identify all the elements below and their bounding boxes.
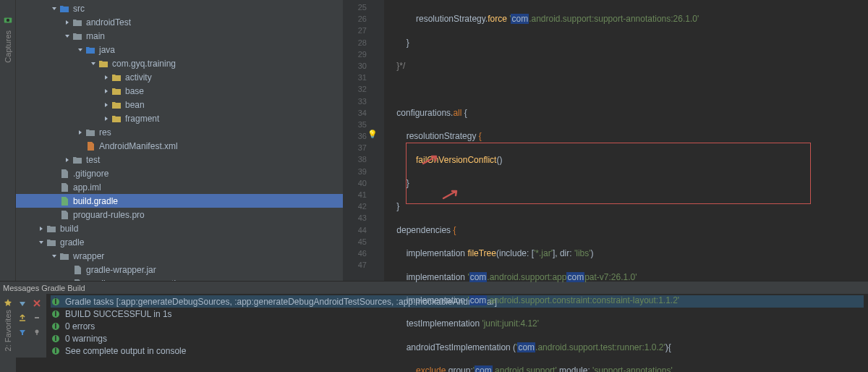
tree-arrow-icon[interactable] [51, 5, 58, 12]
line-number[interactable]: 27 [343, 25, 367, 36]
line-number[interactable]: 37 [343, 142, 367, 153]
tree-item-test[interactable]: test [16, 153, 343, 166]
tree-item-androidmanifest-xml[interactable]: AndroidManifest.xml [16, 139, 343, 153]
export-icon[interactable] [16, 311, 29, 324]
tree-arrow-icon[interactable] [64, 266, 71, 274]
svg-text:i: i [54, 347, 56, 355]
captures-tab[interactable]: Captures [4, 30, 12, 63]
tree-arrow-icon[interactable] [51, 198, 58, 205]
tree-arrow-icon[interactable] [38, 225, 45, 232]
info-icon: i [51, 309, 61, 319]
tree-arrow-icon[interactable] [51, 211, 58, 219]
line-number[interactable]: 32 [343, 83, 367, 95]
tree-arrow-icon[interactable] [64, 280, 71, 282]
line-number[interactable]: 26 [343, 13, 367, 25]
line-number[interactable]: 39 [343, 166, 367, 177]
tree-item-fragment[interactable]: fragment [16, 111, 343, 125]
line-number[interactable]: 28 [343, 37, 367, 48]
package-icon [111, 72, 122, 83]
tree-arrow-icon[interactable] [103, 115, 110, 122]
line-number[interactable]: 34 [343, 107, 367, 119]
tree-item-gradle-wrapper-properties[interactable]: gradle-wrapper.properties [16, 276, 343, 281]
tree-label: fragment [125, 114, 159, 124]
tree-arrow-icon[interactable] [51, 184, 58, 191]
tree-arrow-icon[interactable] [64, 156, 71, 164]
tree-label: .gitignore [73, 169, 109, 179]
left-bottom-rail[interactable]: 2: Favorites [0, 294, 16, 372]
tree-item-main[interactable]: main [16, 29, 343, 43]
tree-item-activity[interactable]: activity [16, 70, 343, 84]
line-number[interactable]: 36 [343, 130, 367, 142]
tree-arrow-icon[interactable] [103, 88, 110, 95]
tree-label: gradle-wrapper.jar [86, 265, 156, 275]
filter-icon[interactable] [16, 326, 29, 339]
line-number[interactable]: 46 [343, 248, 367, 259]
code-editor[interactable]: resolutionStrategy.force 'com.android.su… [384, 0, 868, 281]
tree-item-res[interactable]: res [16, 125, 343, 139]
tree-arrow-icon[interactable] [64, 19, 71, 26]
tree-label: activity [125, 72, 152, 83]
project-tree[interactable]: srcandroidTestmainjavacom.gyq.trainingac… [16, 0, 343, 281]
highlight-box [406, 143, 811, 204]
line-number[interactable]: 25 [343, 1, 367, 13]
line-number[interactable]: 33 [343, 96, 367, 107]
tree-arrow-icon[interactable] [38, 239, 45, 246]
line-number[interactable]: 38 [343, 153, 367, 165]
line-number[interactable]: 44 [343, 224, 367, 236]
svg-rect-6 [36, 332, 37, 335]
tree-item-androidtest[interactable]: androidTest [16, 15, 343, 29]
tree-label: gradle [60, 237, 84, 248]
tree-arrow-icon[interactable] [51, 253, 58, 260]
tree-label: src [73, 4, 85, 14]
tree-label: test [86, 155, 100, 165]
folder-icon [72, 17, 82, 28]
tree-arrow-icon[interactable] [51, 170, 58, 177]
line-number[interactable]: 43 [343, 212, 367, 224]
folder-src-icon [85, 45, 95, 55]
tree-arrow-icon[interactable] [64, 33, 71, 40]
line-number[interactable]: 29 [343, 48, 367, 60]
tree-item-com-gyq-training[interactable]: com.gyq.training [16, 56, 343, 70]
tree-item-bean[interactable]: bean [16, 98, 343, 111]
tree-item-build[interactable]: build [16, 221, 343, 235]
tree-arrow-icon[interactable] [103, 74, 110, 81]
tree-arrow-icon[interactable] [77, 143, 84, 150]
tree-item--gitignore[interactable]: .gitignore [16, 166, 343, 180]
pin-icon[interactable] [30, 326, 43, 339]
tree-item-java[interactable]: java [16, 43, 343, 56]
line-number[interactable]: 42 [343, 200, 367, 212]
folder-icon [72, 155, 82, 165]
tree-item-proguard-rules-pro[interactable]: proguard-rules.pro [16, 208, 343, 221]
tree-arrow-icon[interactable] [90, 60, 97, 67]
tree-item-build-gradle[interactable]: build.gradle [16, 194, 343, 208]
left-tool-rail[interactable]: Captures [0, 0, 16, 281]
tree-item-gradle[interactable]: gradle [16, 235, 343, 249]
file-icon [72, 279, 82, 282]
tree-item-app-iml[interactable]: app.iml [16, 180, 343, 194]
line-number[interactable]: 30 [343, 60, 367, 72]
tree-item-src[interactable]: src [16, 1, 343, 15]
file-icon [59, 169, 69, 179]
collapse-icon[interactable] [30, 311, 43, 324]
favorites-tab[interactable]: 2: Favorites [4, 310, 12, 351]
tree-label: proguard-rules.pro [73, 210, 145, 220]
stop-icon[interactable] [30, 297, 43, 310]
info-icon: i [51, 346, 61, 356]
tree-label: main [86, 31, 105, 41]
line-number[interactable]: 47 [343, 259, 367, 271]
tree-arrow-icon[interactable] [103, 101, 110, 109]
line-number[interactable]: 31 [343, 72, 367, 83]
line-number[interactable]: 40 [343, 177, 367, 189]
line-number[interactable]: 35 [343, 119, 367, 130]
line-number[interactable]: 45 [343, 236, 367, 248]
tree-label: bean [125, 100, 145, 110]
line-number[interactable]: 41 [343, 189, 367, 200]
next-error-icon[interactable] [16, 297, 29, 310]
tree-arrow-icon[interactable] [77, 46, 84, 54]
tree-item-gradle-wrapper-jar[interactable]: gradle-wrapper.jar [16, 263, 343, 276]
tree-arrow-icon[interactable] [77, 129, 84, 136]
tree-item-base[interactable]: base [16, 84, 343, 98]
tree-item-wrapper[interactable]: wrapper [16, 249, 343, 263]
intention-bulb-icon[interactable]: 💡 [367, 130, 378, 139]
file-icon [59, 182, 69, 193]
